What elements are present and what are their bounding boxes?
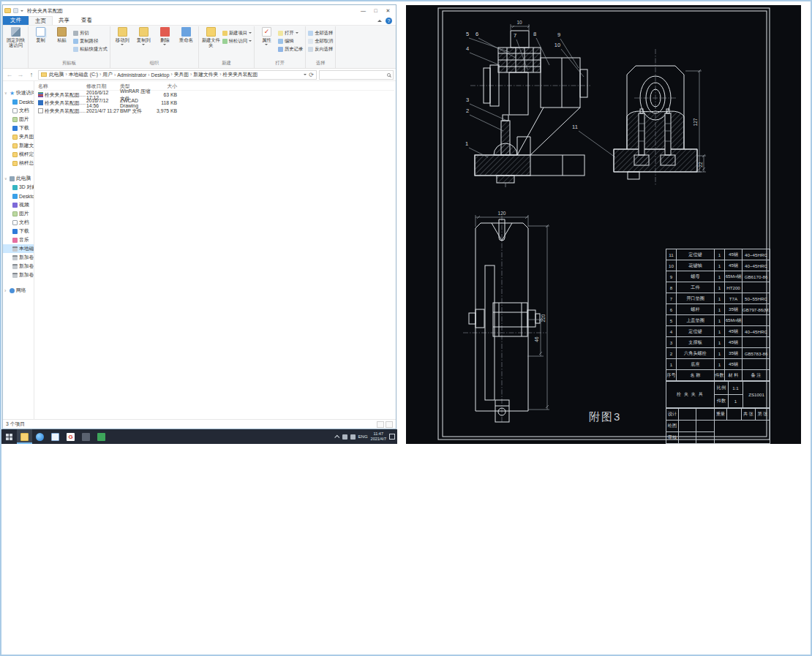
tray-icon[interactable] [342, 434, 347, 440]
sidebar-item-disk[interactable]: 新加卷 (D:) [3, 253, 34, 262]
copy-path-button[interactable]: 复制路径 [73, 37, 108, 45]
history-button[interactable]: 历史记录 [278, 45, 303, 53]
paste-shortcut-button[interactable]: 粘贴快捷方式 [73, 45, 108, 53]
breadcrumb-item[interactable]: Administrator [113, 72, 146, 78]
sidebar-item-pic[interactable]: 图片 [3, 209, 34, 218]
breadcrumb-item[interactable]: Desktop [146, 72, 169, 78]
cut-button[interactable]: 剪切 [73, 29, 108, 37]
details-view-button[interactable] [377, 421, 384, 428]
sidebar-item-down[interactable]: 下载 [3, 124, 34, 132]
minimize-button[interactable]: — [357, 6, 369, 15]
file-row[interactable]: 栓夹夹具装配图.dwg.BMP2021/4/7 11:27BMP 文件3,975… [38, 107, 394, 115]
forward-button[interactable]: → [16, 70, 25, 79]
open-button[interactable]: 打开 [278, 29, 303, 37]
ribbon-group-pin: 固定到快速访问 [4, 26, 29, 68]
properties-button[interactable]: 属性 [257, 26, 277, 47]
search-input[interactable] [319, 70, 394, 80]
help-icon[interactable] [386, 18, 392, 24]
sidebar-item-disk[interactable]: 新加卷 (F:) [3, 271, 34, 279]
sidebar-item-folder[interactable]: 新建文件夹 [3, 141, 34, 150]
sidebar-item-desktop[interactable]: Desktop [3, 97, 34, 106]
sidebar-item-video[interactable]: 视频 [3, 200, 34, 209]
edit-button[interactable]: 编辑 [278, 37, 303, 45]
new-folder-button[interactable]: 新建文件夹 [201, 26, 221, 48]
address-dropdown-icon[interactable] [304, 74, 307, 77]
network-icon [10, 288, 15, 293]
breadcrumb-item[interactable]: 夹具图 [169, 71, 189, 78]
start-button[interactable] [1, 429, 17, 444]
move-to-button[interactable]: 移动到 [113, 26, 132, 47]
thumbnails-view-button[interactable] [386, 421, 393, 428]
taskbar-document-app-button[interactable] [48, 429, 63, 444]
sidebar-item-doc[interactable]: 文档 [3, 106, 34, 115]
sidebar-item-music[interactable]: 音乐 [3, 235, 34, 244]
breadcrumb-item[interactable]: 此电脑 [49, 71, 64, 78]
sidebar-section-network[interactable]: 网络 [3, 286, 34, 295]
taskbar-g-app-button[interactable] [63, 429, 78, 444]
refresh-icon[interactable]: ⟳ [309, 72, 314, 78]
sidebar-item-doc[interactable]: 文档 [3, 218, 34, 227]
select-none-button[interactable]: 全部取消 [308, 37, 333, 45]
sidebar-item-folder[interactable]: 柄杆总装图 [3, 159, 34, 167]
bom-cell: 1 [715, 260, 725, 271]
sidebar-item-folder[interactable]: 夹具图 [3, 132, 34, 141]
delete-button[interactable]: 删除 [155, 26, 175, 47]
tray-icon[interactable] [350, 434, 356, 440]
breadcrumb-item[interactable]: 本地磁盘 (C:) [64, 71, 98, 78]
breadcrumb-item[interactable]: 用户 [98, 71, 113, 78]
copy-button[interactable]: 复制 [31, 26, 50, 42]
file-row[interactable]: 栓夹夹具装配图.dwg2016/7/12 14:56ZWCAD Drawing1… [38, 99, 394, 107]
column-header[interactable]: 大小 [154, 83, 180, 90]
bom-cell: 1 [715, 249, 725, 260]
sidebar-item-folder[interactable]: 横杆定位销图 [3, 150, 34, 159]
breadcrumb-item[interactable]: 栓夹夹具装配图 [218, 71, 257, 78]
tab-view[interactable]: 查看 [75, 16, 98, 25]
taskbar-app-button[interactable] [78, 429, 94, 444]
sidebar-item-pic[interactable]: 图片 [3, 115, 34, 124]
back-button[interactable]: ← [5, 70, 14, 79]
taskbar-browser-button[interactable] [32, 429, 48, 444]
quick-access-caret-icon[interactable] [20, 10, 23, 13]
quick-access-toolbar-icon[interactable] [13, 8, 18, 13]
copy-to-button[interactable]: 复制到 [134, 26, 154, 47]
file-name: 栓夹夹具装配图.rar [45, 91, 86, 99]
breadcrumb-item[interactable]: 新建文件夹 [189, 71, 218, 78]
tray-chevron-icon[interactable] [334, 434, 339, 440]
breadcrumb-box[interactable]: 此电脑本地磁盘 (C:)用户AdministratorDesktop夹具图新建文… [38, 70, 317, 80]
invert-selection-button[interactable]: 反向选择 [308, 45, 333, 53]
column-header[interactable]: 名称 [38, 83, 86, 90]
bom-cell [696, 409, 715, 421]
action-center-icon[interactable] [389, 434, 395, 440]
sidebar-section-this-pc[interactable]: 此电脑 [3, 174, 34, 183]
pin-quick-access-button[interactable]: 固定到快速访问 [6, 26, 26, 48]
ribbon-collapse-icon[interactable] [377, 18, 382, 22]
up-button[interactable]: ↑ [27, 70, 36, 79]
sidebar-item-disk[interactable]: 本地磁盘 (C:) [3, 244, 34, 253]
tab-home[interactable]: 主页 [29, 16, 53, 25]
paste-button[interactable]: 粘贴 [52, 26, 72, 42]
bom-cell: 支撑板 [677, 337, 715, 348]
new-item-button[interactable]: 新建项目 [222, 29, 252, 37]
maximize-button[interactable]: □ [369, 6, 382, 15]
tab-file[interactable]: 文件 [3, 16, 29, 25]
select-all-button[interactable]: 全部选择 [308, 29, 333, 37]
column-header[interactable]: 修改日期 [86, 83, 120, 90]
desktop-icon [12, 99, 18, 105]
clock[interactable]: 11:47 2021/4/7 [371, 431, 386, 442]
sidebar-item-disk[interactable]: 新加卷 (E:) [3, 262, 34, 271]
taskbar-viewer-button[interactable] [94, 429, 109, 444]
bom-cell: 六角头螺栓 [677, 348, 715, 359]
file-size: 118 KB [154, 100, 180, 105]
sidebar-item-desktop[interactable]: Desktop [3, 192, 34, 200]
taskbar-explorer-button[interactable] [17, 429, 32, 444]
sidebar-section-quick-access[interactable]: 快速访问 [3, 88, 34, 97]
close-button[interactable]: ✕ [382, 6, 394, 15]
tab-share[interactable]: 共享 [53, 16, 75, 25]
sidebar-item-3d[interactable]: 3D 对象 [3, 183, 34, 192]
bom-cell [743, 315, 770, 326]
easy-access-button[interactable]: 轻松访问 [222, 37, 252, 45]
input-language[interactable]: ENG [358, 434, 368, 439]
bom-cell: 1 [666, 359, 677, 370]
sidebar-item-down[interactable]: 下载 [3, 227, 34, 235]
rename-button[interactable]: 重命名 [176, 26, 196, 42]
